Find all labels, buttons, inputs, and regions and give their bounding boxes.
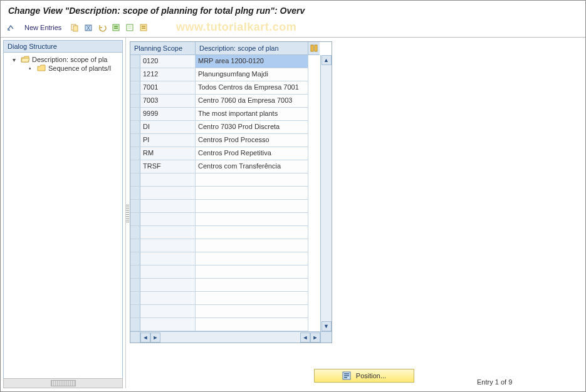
- cell-description[interactable]: MRP area 1200-0120: [196, 55, 308, 68]
- cell-description[interactable]: [196, 266, 308, 279]
- row-header[interactable]: [130, 226, 140, 239]
- cell-planning-scope[interactable]: PI: [140, 134, 196, 147]
- cell-planning-scope[interactable]: 0120: [140, 55, 196, 68]
- cell-description[interactable]: Centro 7030 Prod Discreta: [196, 121, 308, 134]
- left-panel-hscroll[interactable]: [3, 378, 123, 388]
- row-header[interactable]: [130, 252, 140, 266]
- row-header[interactable]: [130, 305, 140, 318]
- row-header[interactable]: [130, 200, 140, 213]
- toggle-display-icon[interactable]: [6, 22, 17, 33]
- cell-description[interactable]: [196, 173, 308, 187]
- cell-planning-scope[interactable]: [140, 305, 196, 318]
- row-header[interactable]: [130, 95, 140, 108]
- delete-icon[interactable]: [83, 22, 94, 33]
- cell-description[interactable]: Centros Prod Repetitiva: [196, 147, 308, 160]
- table-hscrollbar[interactable]: ◄ ► ◄ ►: [130, 331, 332, 343]
- cell-description[interactable]: [196, 187, 308, 200]
- cell-description[interactable]: [196, 252, 308, 266]
- row-header[interactable]: [130, 279, 140, 292]
- table-row[interactable]: [130, 200, 320, 213]
- table-row[interactable]: 0120MRP area 1200-0120: [130, 55, 320, 68]
- cell-planning-scope[interactable]: [140, 187, 196, 200]
- cell-planning-scope[interactable]: [140, 318, 196, 331]
- table-row[interactable]: RMCentros Prod Repetitiva: [130, 147, 320, 160]
- table-row[interactable]: TRSFCentros com Transferência: [130, 160, 320, 173]
- cell-description[interactable]: [196, 213, 308, 226]
- table-vscrollbar[interactable]: ▲ ▼: [320, 55, 332, 331]
- cell-description[interactable]: [196, 292, 308, 305]
- scroll-up-icon[interactable]: ▲: [322, 55, 332, 65]
- row-header[interactable]: [130, 266, 140, 279]
- cell-planning-scope[interactable]: [140, 266, 196, 279]
- table-row[interactable]: [130, 305, 320, 318]
- cell-planning-scope[interactable]: DI: [140, 121, 196, 134]
- row-header[interactable]: [130, 108, 140, 121]
- row-header[interactable]: [130, 147, 140, 160]
- cell-planning-scope[interactable]: 9999: [140, 108, 196, 121]
- row-header[interactable]: [130, 68, 140, 81]
- table-row[interactable]: [130, 266, 320, 279]
- cell-planning-scope[interactable]: [140, 200, 196, 213]
- position-button[interactable]: Position...: [314, 369, 414, 383]
- row-header[interactable]: [130, 187, 140, 200]
- tree-node-sequence-plants[interactable]: • Sequence of plants/I: [4, 64, 122, 73]
- cell-planning-scope[interactable]: 1212: [140, 68, 196, 81]
- table-row[interactable]: [130, 239, 320, 252]
- copy-icon[interactable]: [69, 22, 80, 33]
- cell-planning-scope[interactable]: [140, 279, 196, 292]
- cell-description[interactable]: The most important plants: [196, 108, 308, 121]
- cell-description[interactable]: [196, 239, 308, 252]
- deselect-all-icon[interactable]: [138, 22, 149, 33]
- collapse-icon[interactable]: ▾: [13, 56, 18, 63]
- cell-planning-scope[interactable]: TRSF: [140, 160, 196, 173]
- cell-planning-scope[interactable]: [140, 173, 196, 187]
- table-row[interactable]: 1212Planungsumfang Majdi: [130, 68, 320, 81]
- column-header-planning-scope[interactable]: Planning Scope: [130, 42, 196, 55]
- cell-description[interactable]: Centro 7060 da Empresa 7003: [196, 95, 308, 108]
- row-header[interactable]: [130, 173, 140, 187]
- new-entries-button[interactable]: New Entries: [19, 23, 66, 33]
- cell-planning-scope[interactable]: 7001: [140, 81, 196, 95]
- table-row[interactable]: DICentro 7030 Prod Discreta: [130, 121, 320, 134]
- cell-description[interactable]: Todos Centros da Empresa 7001: [196, 81, 308, 95]
- cell-planning-scope[interactable]: [140, 252, 196, 266]
- scroll-thumb-icon[interactable]: [51, 380, 76, 386]
- cell-description[interactable]: Centros com Transferência: [196, 160, 308, 173]
- row-header[interactable]: [130, 213, 140, 226]
- cell-description[interactable]: Centros Prod Processo: [196, 134, 308, 147]
- row-header[interactable]: [130, 81, 140, 95]
- table-row[interactable]: [130, 252, 320, 266]
- table-row[interactable]: 7001Todos Centros da Empresa 7001: [130, 81, 320, 95]
- cell-planning-scope[interactable]: [140, 239, 196, 252]
- table-row[interactable]: [130, 173, 320, 187]
- row-header[interactable]: [130, 318, 140, 331]
- row-header[interactable]: [130, 121, 140, 134]
- cell-description[interactable]: Planungsumfang Majdi: [196, 68, 308, 81]
- panel-resize-gripper-icon[interactable]: [126, 204, 129, 222]
- table-row[interactable]: [130, 226, 320, 239]
- scroll-right-icon[interactable]: ►: [150, 333, 160, 343]
- table-config-icon[interactable]: [308, 42, 320, 55]
- cell-description[interactable]: [196, 226, 308, 239]
- scroll-left-icon[interactable]: ◄: [140, 333, 150, 343]
- cell-planning-scope[interactable]: [140, 213, 196, 226]
- row-header[interactable]: [130, 239, 140, 252]
- table-row[interactable]: [130, 318, 320, 331]
- cell-description[interactable]: [196, 305, 308, 318]
- row-header[interactable]: [130, 55, 140, 68]
- scroll-down-icon[interactable]: ▼: [322, 321, 332, 331]
- row-header[interactable]: [130, 292, 140, 305]
- tree-node-description-scope[interactable]: ▾ Description: scope of pla: [4, 55, 122, 64]
- column-header-description[interactable]: Description: scope of plan: [196, 42, 308, 55]
- table-row[interactable]: 9999The most important plants: [130, 108, 320, 121]
- cell-planning-scope[interactable]: [140, 292, 196, 305]
- row-header[interactable]: [130, 160, 140, 173]
- table-row[interactable]: PICentros Prod Processo: [130, 134, 320, 147]
- table-row[interactable]: 7003Centro 7060 da Empresa 7003: [130, 95, 320, 108]
- cell-description[interactable]: [196, 318, 308, 331]
- table-row[interactable]: [130, 279, 320, 292]
- cell-planning-scope[interactable]: RM: [140, 147, 196, 160]
- cell-planning-scope[interactable]: [140, 226, 196, 239]
- row-header[interactable]: [130, 134, 140, 147]
- select-block-icon[interactable]: [124, 22, 135, 33]
